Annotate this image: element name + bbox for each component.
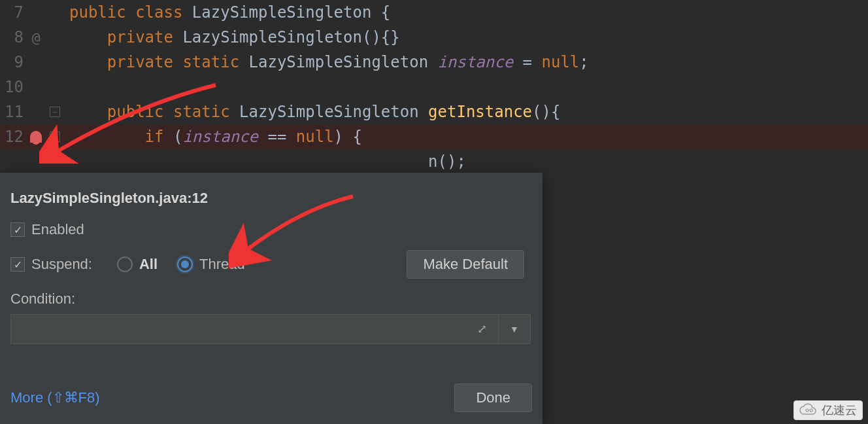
condition-field: ⤢ ▼ xyxy=(10,314,531,344)
fold-toggle-icon[interactable]: − xyxy=(50,107,60,117)
svg-point-1 xyxy=(810,409,812,412)
line-number: 7 xyxy=(0,3,26,22)
code-text[interactable]: public static LazySimpleSingleton getIns… xyxy=(64,103,560,121)
code-line[interactable]: 8@ private LazySimpleSingleton(){} xyxy=(0,25,868,50)
condition-input[interactable] xyxy=(11,315,466,344)
condition-label: Condition: xyxy=(10,291,532,308)
cloud-icon xyxy=(799,403,818,418)
code-text[interactable]: private static LazySimpleSingleton insta… xyxy=(64,53,589,71)
override-icon: @ xyxy=(26,29,46,46)
condition-dropdown-icon[interactable]: ▼ xyxy=(499,315,530,344)
code-text[interactable]: private LazySimpleSingleton(){} xyxy=(64,28,400,46)
code-line[interactable]: 7public class LazySimpleSingleton { xyxy=(0,0,868,25)
line-number: 12 xyxy=(0,128,26,146)
enabled-row: ✓ Enabled xyxy=(10,221,532,238)
fold-toggle-icon[interactable]: − xyxy=(50,132,60,142)
popup-title: LazySimpleSingleton.java:12 xyxy=(10,190,532,207)
watermark-text: 亿速云 xyxy=(822,402,857,418)
more-link[interactable]: More (⇧⌘F8) xyxy=(10,389,100,406)
code-line[interactable]: n(); xyxy=(0,149,868,174)
line-number: 10 xyxy=(0,78,26,96)
breakpoint-popup: LazySimpleSingleton.java:12 ✓ Enabled ✓ … xyxy=(0,173,542,424)
code-line[interactable]: 9 private static LazySimpleSingleton ins… xyxy=(0,50,868,75)
code-text[interactable]: if (instance == null) { xyxy=(64,128,362,146)
fold-gutter[interactable]: − xyxy=(46,107,64,117)
done-button[interactable]: Done xyxy=(454,383,532,412)
watermark: 亿速云 xyxy=(793,400,863,420)
suspend-all-label: All xyxy=(139,256,158,273)
code-text[interactable]: public class LazySimpleSingleton { xyxy=(64,3,390,22)
suspend-checkbox[interactable]: ✓ xyxy=(10,257,25,272)
suspend-label: Suspend: xyxy=(31,256,92,273)
code-line[interactable]: 11− public static LazySimpleSingleton ge… xyxy=(0,99,868,124)
make-default-button[interactable]: Make Default xyxy=(407,250,524,279)
breakpoint-icon[interactable] xyxy=(26,131,46,143)
code-line[interactable]: 10 xyxy=(0,75,868,99)
line-number: 11 xyxy=(0,103,26,121)
line-number: 8 xyxy=(0,28,26,46)
enabled-checkbox[interactable]: ✓ xyxy=(10,222,25,237)
suspend-all-radio[interactable] xyxy=(117,256,133,272)
line-number: 9 xyxy=(0,53,26,71)
code-text[interactable]: n(); xyxy=(64,152,466,171)
svg-point-0 xyxy=(806,409,809,412)
enabled-label: Enabled xyxy=(31,221,84,238)
expand-icon[interactable]: ⤢ xyxy=(466,315,499,344)
suspend-row: ✓ Suspend: All Thread Make Default xyxy=(10,250,532,279)
suspend-thread-label: Thread xyxy=(199,256,245,273)
fold-gutter[interactable]: − xyxy=(46,132,64,142)
code-line[interactable]: 12− if (instance == null) { xyxy=(0,124,868,149)
suspend-thread-radio[interactable] xyxy=(177,256,193,272)
